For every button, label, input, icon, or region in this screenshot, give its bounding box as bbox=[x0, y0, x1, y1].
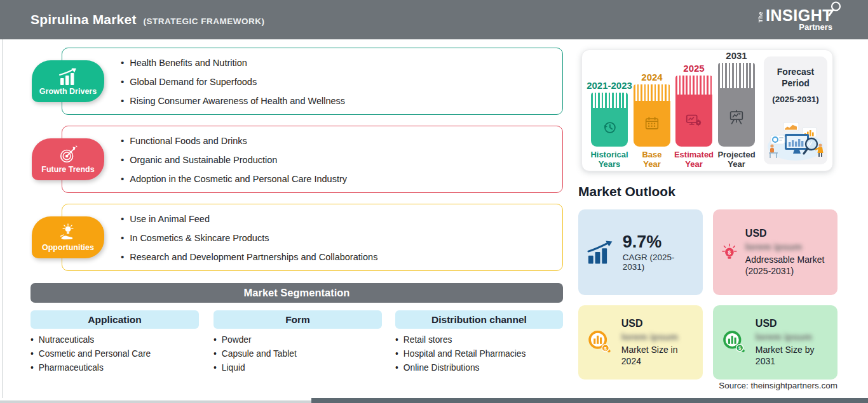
usd-prefix: USD bbox=[745, 228, 829, 239]
list-item-text: Liquid bbox=[222, 363, 245, 373]
blurred-value: lorem ipsum bbox=[621, 331, 695, 342]
list-item-text: Hospital and Retail Pharmacies bbox=[403, 349, 526, 359]
slide: Spirulina Market (STRATEGIC FRAMEWORK) T… bbox=[0, 0, 868, 403]
forecast-timeline-card: 2021-2023 Historical Years 2024 bbox=[581, 50, 833, 171]
usd-prefix: USD bbox=[621, 318, 695, 329]
forecast-period-panel: Forecast Period (2025-2031) bbox=[764, 56, 827, 164]
growth-drivers-badge: Growth Drivers bbox=[32, 60, 104, 102]
segmentation-column-application: Application Nutraceuticals Cosmetic and … bbox=[31, 310, 199, 373]
timeline-bar-base: 2024 Base Year bbox=[634, 84, 670, 147]
timeline-bar-estimated: 2025 Estimated Year bbox=[675, 76, 712, 147]
cagr-text: 9.7% CAGR (2025-2031) bbox=[623, 233, 695, 272]
badge-label: Future Trends bbox=[41, 165, 94, 174]
bar-solid bbox=[634, 101, 670, 147]
bar-solid bbox=[591, 108, 628, 147]
column-header-label: Form bbox=[285, 314, 310, 326]
column-header-label: Distribution channel bbox=[431, 314, 527, 326]
bar-column bbox=[718, 63, 755, 147]
list-item-text: Retail stores bbox=[403, 335, 452, 345]
card-label: Market Size by 2031 bbox=[756, 344, 829, 367]
market-segmentation-title-bar: Market Segmentation bbox=[31, 283, 563, 303]
projection-board-icon bbox=[727, 109, 746, 126]
list-item-text: Cosmetic and Personal Care bbox=[39, 349, 151, 359]
bullet-item: In Cosmetics & Skincare Products bbox=[121, 232, 562, 243]
growth-bars-arrow-icon bbox=[587, 240, 615, 265]
lightbulb-dollar-icon: $ bbox=[721, 238, 738, 267]
list-item: Retail stores bbox=[395, 335, 563, 345]
year-label: 2024 bbox=[641, 72, 662, 83]
bottom-strip-dark bbox=[311, 398, 868, 403]
market-size-2024-card: $ USD lorem ipsum Market Size in 2024 bbox=[578, 305, 703, 380]
column-items: Retail stores Hospital and Retail Pharma… bbox=[395, 335, 563, 373]
bar-caption: Historical Years bbox=[587, 150, 632, 169]
page-title: Spirulina Market bbox=[31, 12, 137, 27]
blurred-value: lorem ipsum bbox=[745, 241, 829, 252]
market-size-2031-card: $ USD lorem ipsum Market Size by 2031 bbox=[713, 305, 837, 380]
bullet-text: In Cosmetics & Skincare Products bbox=[130, 233, 269, 243]
market-size-2024-text: USD lorem ipsum Market Size in 2024 bbox=[621, 318, 695, 367]
cagr-value: 9.7% bbox=[623, 233, 695, 251]
year-label: 2031 bbox=[726, 50, 747, 61]
card-label: Addressable Market (2025-2031) bbox=[745, 254, 829, 277]
bar-solid bbox=[675, 95, 712, 147]
logo-word-insight: INSIGHT bbox=[766, 8, 832, 23]
bullet-item: Rising Consumer Awareness of Health and … bbox=[121, 95, 562, 106]
opportunities-box: Use in Animal Feed In Cosmetics & Skinca… bbox=[62, 204, 563, 271]
bar-solid bbox=[718, 88, 755, 147]
bar-caption: Estimated Year bbox=[671, 150, 717, 169]
list-item: Online Distributions bbox=[395, 363, 563, 373]
magnifier-icon bbox=[827, 1, 842, 18]
target-dart-icon bbox=[58, 145, 78, 164]
forecast-period-range: (2025-2031) bbox=[764, 95, 827, 104]
page-subtitle: (STRATEGIC FRAMEWORK) bbox=[144, 17, 265, 26]
badge-label: Growth Drivers bbox=[39, 87, 97, 96]
future-trends-badge: Future Trends bbox=[32, 138, 104, 180]
year-label: 2025 bbox=[683, 63, 704, 74]
bullet-item: Global Demand for Superfoods bbox=[121, 76, 562, 87]
bar-caption: Base Year bbox=[629, 150, 675, 169]
bar-stripes bbox=[591, 93, 628, 108]
list-item-text: Powder bbox=[222, 335, 252, 345]
addressable-market-card: $ USD lorem ipsum Addressable Market (20… bbox=[713, 209, 837, 295]
cagr-card: 9.7% CAGR (2025-2031) bbox=[578, 209, 703, 295]
blurred-value: lorem ipsum bbox=[756, 331, 829, 342]
future-trends-box: Functional Foods and Drinks Organic and … bbox=[62, 126, 563, 193]
forecast-period-title: Forecast Period bbox=[764, 66, 827, 89]
market-size-2031-text: USD lorem ipsum Market Size by 2031 bbox=[756, 318, 829, 367]
year-label: 2021-2023 bbox=[587, 80, 632, 91]
growth-drivers-box: Health Benefits and Nutrition Global Dem… bbox=[62, 48, 563, 115]
list-item: Nutraceuticals bbox=[31, 335, 199, 345]
bullet-text: Health Benefits and Nutrition bbox=[130, 58, 247, 68]
bullet-text: Research and Development Partnerships an… bbox=[130, 252, 377, 262]
bullet-text: Adoption in the Cosmetic and Personal Ca… bbox=[130, 174, 347, 184]
timeline-bar-historical: 2021-2023 Historical Years bbox=[591, 93, 628, 147]
segmentation-column-distribution: Distribution channel Retail stores Hospi… bbox=[395, 310, 563, 373]
market-outlook-title: Market Outlook bbox=[578, 184, 675, 199]
column-header: Application bbox=[31, 310, 199, 329]
bar-caption: Projected Year bbox=[714, 150, 759, 169]
svg-text:$: $ bbox=[738, 345, 742, 351]
list-item-text: Capsule and Tablet bbox=[222, 349, 297, 359]
addressable-market-text: USD lorem ipsum Addressable Market (2025… bbox=[745, 228, 829, 277]
source-attribution: Source: theinsightpartners.com bbox=[719, 381, 837, 390]
history-clock-icon bbox=[600, 119, 618, 136]
bar-column bbox=[634, 84, 670, 147]
bar-stripes bbox=[634, 84, 670, 101]
title-row: Spirulina Market (STRATEGIC FRAMEWORK) bbox=[31, 12, 265, 27]
logo-right: INSIGHT Partners bbox=[766, 8, 832, 32]
usd-prefix: USD bbox=[756, 318, 829, 329]
list-item: Liquid bbox=[214, 363, 382, 373]
bar-stripes bbox=[718, 63, 755, 88]
growth-chart-icon bbox=[57, 67, 79, 86]
opportunities-badge: Opportunities bbox=[32, 216, 104, 258]
card-label: Market Size in 2024 bbox=[621, 344, 695, 367]
badge-label: Opportunities bbox=[42, 243, 94, 252]
list-item-text: Pharmaceuticals bbox=[39, 363, 104, 373]
market-segmentation-title: Market Segmentation bbox=[244, 287, 350, 299]
list-item: Cosmetic and Personal Care bbox=[31, 349, 199, 359]
column-items: Powder Capsule and Tablet Liquid bbox=[214, 335, 382, 373]
bar-column bbox=[591, 93, 628, 147]
left-edge-line bbox=[2, 39, 3, 398]
list-item: Pharmaceuticals bbox=[31, 363, 199, 373]
svg-text:$: $ bbox=[728, 249, 731, 255]
